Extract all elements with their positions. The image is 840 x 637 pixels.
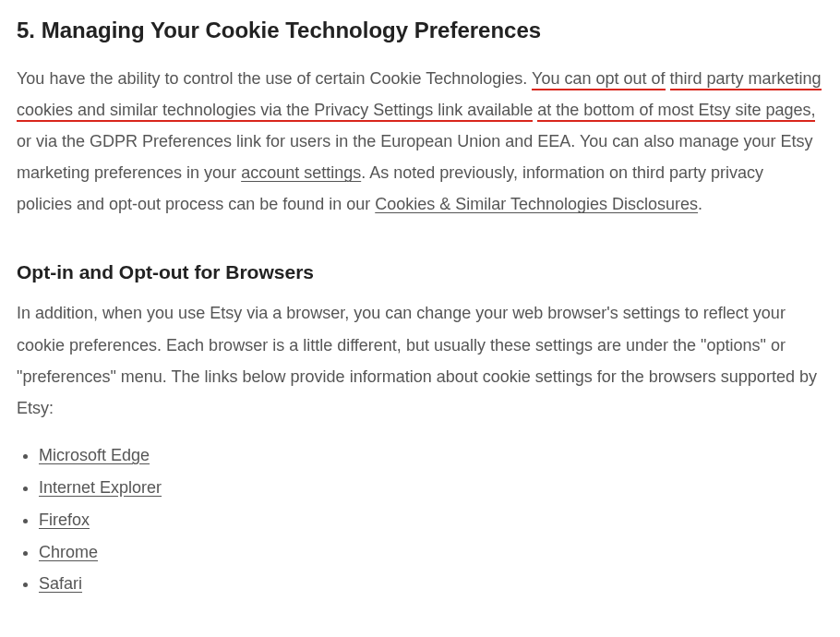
sub-heading: Opt-in and Opt-out for Browsers xyxy=(17,254,823,291)
browser-link-firefox[interactable]: Firefox xyxy=(39,511,90,529)
browser-link-edge[interactable]: Microsoft Edge xyxy=(39,446,150,464)
text-segment xyxy=(666,69,670,88)
browser-link-ie[interactable]: Internet Explorer xyxy=(39,478,162,497)
list-item: Safari xyxy=(39,571,823,597)
list-item: Internet Explorer xyxy=(39,475,823,501)
highlighted-text: You can opt out of xyxy=(532,69,665,90)
highlighted-text: at the bottom of most Etsy site pages, xyxy=(537,101,815,122)
account-settings-link[interactable]: account settings xyxy=(241,163,361,182)
text-segment: You have the ability to control the use … xyxy=(17,69,532,88)
intro-paragraph: You have the ability to control the use … xyxy=(17,63,823,221)
browser-link-safari[interactable]: Safari xyxy=(39,574,82,593)
section-heading: 5. Managing Your Cookie Technology Prefe… xyxy=(17,15,823,46)
browser-list: Microsoft Edge Internet Explorer Firefox… xyxy=(17,442,823,597)
browser-paragraph: In addition, when you use Etsy via a bro… xyxy=(17,297,823,424)
list-item: Firefox xyxy=(39,507,823,534)
cookies-disclosures-link[interactable]: Cookies & Similar Technologies Disclosur… xyxy=(375,195,698,213)
list-item: Microsoft Edge xyxy=(39,442,823,469)
list-item: Chrome xyxy=(39,539,823,566)
text-segment: . xyxy=(698,195,702,213)
browser-link-chrome[interactable]: Chrome xyxy=(39,543,98,561)
